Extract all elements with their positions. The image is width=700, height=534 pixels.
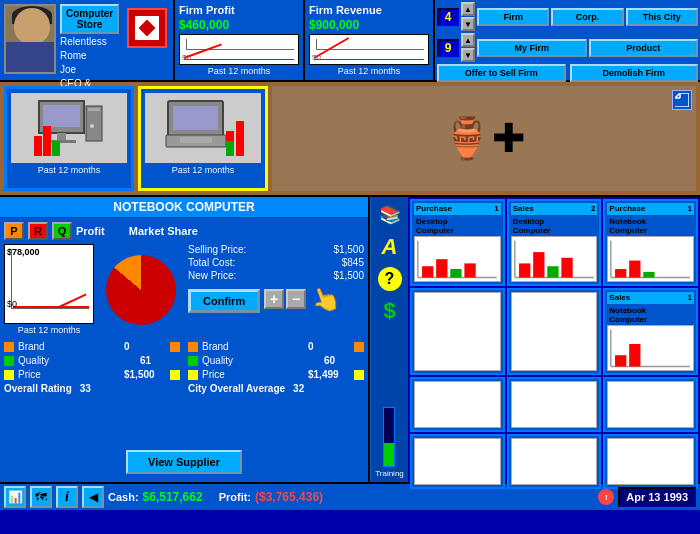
quality-value: 61 bbox=[140, 355, 180, 366]
q-button[interactable]: Q bbox=[52, 222, 72, 240]
card-empty-8[interactable] bbox=[507, 434, 602, 489]
svg-point-6 bbox=[90, 124, 94, 128]
notebook-detail-panel: NOTEBOOK COMPUTER P R Q Profit Market Sh… bbox=[0, 197, 370, 482]
ceo-city: Rome bbox=[60, 49, 119, 63]
svg-rect-11 bbox=[173, 106, 218, 130]
card-empty-1[interactable] bbox=[410, 288, 505, 375]
city-price-value: $1,499 bbox=[308, 369, 348, 380]
card-6-title: Sales 1 bbox=[607, 292, 694, 304]
books-icon[interactable]: 📚 bbox=[376, 201, 404, 229]
dollar-icon[interactable]: $ bbox=[376, 297, 404, 325]
svg-rect-23 bbox=[450, 269, 461, 277]
graph-icon[interactable]: 📊 bbox=[4, 486, 26, 508]
p-button[interactable]: P bbox=[4, 222, 24, 240]
back-icon[interactable]: ◀ bbox=[82, 486, 104, 508]
my-firm-button[interactable]: My Firm bbox=[477, 39, 587, 57]
price-stat-row: Price $1,500 bbox=[4, 369, 180, 380]
quality-stat-row: Quality 61 bbox=[4, 355, 180, 366]
avatar-head bbox=[14, 8, 50, 44]
info-icon[interactable]: i bbox=[56, 486, 78, 508]
products-area: 900 Past 12 months 120 bbox=[0, 82, 700, 197]
notebook-computer-card[interactable]: 120 Past 12 months bbox=[138, 86, 268, 191]
cosmetics-card[interactable]: 🏺✚ bbox=[272, 86, 696, 191]
main-content: NOTEBOOK COMPUTER P R Q Profit Market Sh… bbox=[0, 197, 700, 482]
store-name-button[interactable]: Computer Store bbox=[60, 4, 119, 34]
cards-row-2: Sales 1 NotebookComputer bbox=[410, 288, 698, 375]
card-sales-notebook[interactable]: Sales 1 NotebookComputer bbox=[603, 288, 698, 375]
svg-rect-39 bbox=[630, 343, 641, 366]
card-purchase-notebook[interactable]: Purchase 1 NotebookComputer bbox=[603, 199, 698, 286]
card-6-subtitle: NotebookComputer bbox=[607, 305, 694, 325]
city-stats-col: Brand 0 Quality 60 Price $1,499 bbox=[188, 341, 364, 446]
stats-section: Brand 0 Quality 61 Price $1,500 bbox=[4, 341, 364, 446]
firm-number-down[interactable]: ▼ bbox=[461, 17, 475, 31]
zoom-button[interactable] bbox=[672, 90, 692, 110]
desktop-computer-card[interactable]: 900 Past 12 months bbox=[4, 86, 134, 191]
view-supplier-button[interactable]: View Supplier bbox=[126, 450, 242, 474]
cards-area: Purchase 1 DesktopComputer Sales 2 Deskt… bbox=[408, 197, 700, 482]
card-purchase-desktop[interactable]: Purchase 1 DesktopComputer bbox=[410, 199, 505, 286]
ceo-panel: Computer Store Relentless Rome Joe CEO &… bbox=[0, 0, 175, 80]
market-share-pie bbox=[106, 255, 176, 325]
quality-label: Quality bbox=[18, 355, 136, 366]
map-icon[interactable]: 🗺 bbox=[30, 486, 52, 508]
controls-row-1: 4 ▲ ▼ Firm Corp. This City bbox=[437, 2, 698, 31]
letter-a-icon[interactable]: A bbox=[376, 233, 404, 261]
overall-row: Overall Rating 33 bbox=[4, 383, 180, 394]
city-price-label: Price bbox=[202, 369, 304, 380]
card-empty-2[interactable] bbox=[507, 288, 602, 375]
corp-button[interactable]: Corp. bbox=[551, 8, 623, 26]
my-firm-down[interactable]: ▼ bbox=[461, 48, 475, 62]
desktop-label: Past 12 months bbox=[38, 165, 101, 175]
notebook-panel-body: P R Q Profit Market Share $78,000 $0 bbox=[0, 218, 368, 482]
card-empty-7-body bbox=[414, 438, 501, 485]
card-6-body bbox=[607, 325, 694, 371]
quality-dot bbox=[4, 356, 14, 366]
cards-row-1: Purchase 1 DesktopComputer Sales 2 Deskt… bbox=[410, 199, 698, 286]
revenue-zero: $0 bbox=[312, 53, 321, 62]
cube-inner bbox=[135, 16, 159, 40]
overall-label: Overall Rating bbox=[4, 383, 72, 394]
card-empty-6[interactable] bbox=[603, 377, 698, 432]
r-button[interactable]: R bbox=[28, 222, 48, 240]
plus-button[interactable]: + bbox=[264, 289, 284, 309]
profit-chart-zero: $0 bbox=[7, 299, 17, 309]
profit-chart: $78,000 $0 bbox=[4, 244, 94, 324]
brand-indicator bbox=[170, 342, 180, 352]
card-empty-5[interactable] bbox=[507, 377, 602, 432]
card-empty-9[interactable] bbox=[603, 434, 698, 489]
card-empty-4[interactable] bbox=[410, 377, 505, 432]
card-3-chart bbox=[608, 237, 693, 281]
city-price-dot bbox=[188, 370, 198, 380]
my-firm-up[interactable]: ▲ bbox=[461, 33, 475, 47]
plus-minus-container: + − bbox=[264, 289, 306, 309]
offer-sell-button[interactable]: Offer to Sell Firm bbox=[437, 64, 566, 82]
confirm-button[interactable]: Confirm bbox=[188, 289, 260, 313]
minus-button[interactable]: − bbox=[286, 289, 306, 309]
firm-profit-chart-label: Past 12 months bbox=[179, 66, 299, 76]
product-button[interactable]: Product bbox=[589, 39, 699, 57]
card-empty-7[interactable] bbox=[410, 434, 505, 489]
card-2-chart bbox=[512, 237, 597, 281]
firm-button[interactable]: Firm bbox=[477, 8, 549, 26]
profit-label: Profit: bbox=[219, 491, 251, 503]
ceo-info: Computer Store Relentless Rome Joe CEO &… bbox=[60, 4, 119, 76]
firm-number-up[interactable]: ▲ bbox=[461, 2, 475, 16]
profit-chart-line bbox=[184, 59, 294, 60]
total-cost-value: $845 bbox=[342, 257, 364, 268]
city-brand-row: Brand 0 bbox=[188, 341, 364, 352]
question-mark-icon[interactable]: ? bbox=[376, 265, 404, 293]
desktop-image bbox=[11, 93, 127, 163]
demolish-firm-button[interactable]: Demolish Firm bbox=[570, 64, 699, 82]
top-bar: Computer Store Relentless Rome Joe CEO &… bbox=[0, 0, 700, 82]
this-city-button[interactable]: This City bbox=[626, 8, 698, 26]
selling-price-row: Selling Price: $1,500 bbox=[188, 244, 364, 255]
svg-rect-28 bbox=[533, 252, 544, 277]
firm-profit-value: $460,000 bbox=[179, 18, 299, 32]
date-section: ! Apr 13 1993 bbox=[598, 487, 696, 507]
price-info: Selling Price: $1,500 Total Cost: $845 N… bbox=[188, 244, 364, 335]
city-quality-row: Quality 60 bbox=[188, 355, 364, 366]
controls-row-3: Offer to Sell Firm Demolish Firm bbox=[437, 64, 698, 82]
card-sales-desktop[interactable]: Sales 2 DesktopComputer bbox=[507, 199, 602, 286]
notebook-svg bbox=[158, 96, 248, 161]
